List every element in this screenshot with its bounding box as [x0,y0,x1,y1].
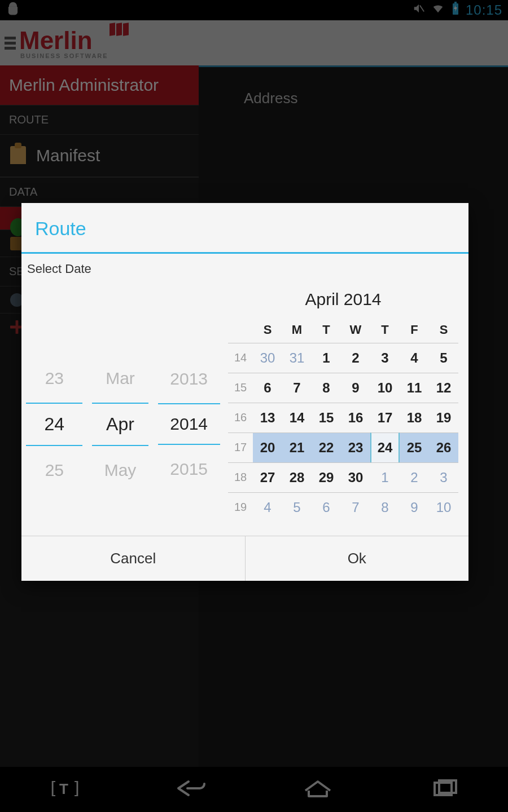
calendar-title: April 2014 [228,286,458,318]
calendar-week-number: 18 [228,462,253,492]
calendar-weekday-header: W [341,318,370,343]
calendar-day[interactable]: 1 [370,462,400,492]
month-next[interactable]: May [92,451,148,490]
calendar-day[interactable]: 30 [253,343,282,373]
calendar-day[interactable]: 23 [341,433,370,462]
calendar-day[interactable]: 5 [429,343,458,373]
calendar-week-number: 15 [228,373,253,403]
dialog-actions: Cancel Ok [21,536,468,581]
calendar-day[interactable]: 30 [341,462,370,492]
calendar-day[interactable]: 8 [370,492,400,522]
calendar-day[interactable]: 31 [282,343,312,373]
calendar-day[interactable]: 21 [282,433,312,462]
calendar-day[interactable]: 13 [253,403,282,433]
calendar-day[interactable]: 4 [400,343,429,373]
calendar-day[interactable]: 14 [282,403,312,433]
calendar-day[interactable]: 29 [312,462,341,492]
dialog-title: Route [21,203,468,252]
year-selected[interactable]: 2014 [158,403,220,445]
calendar-day[interactable]: 10 [370,373,400,403]
ok-button[interactable]: Ok [245,536,469,581]
date-picker-dialog: Route Select Date 23 24 25 Mar Apr May 2… [21,203,468,581]
calendar-weekday-header: M [282,318,312,343]
calendar-day[interactable]: 16 [341,403,370,433]
day-picker[interactable]: 23 24 25 [26,359,82,490]
calendar: April 2014 SMTWTFS1430311234515678910111… [225,286,468,522]
calendar-day[interactable]: 19 [429,403,458,433]
calendar-day[interactable]: 11 [400,373,429,403]
year-next[interactable]: 2015 [158,449,220,489]
day-prev[interactable]: 23 [26,359,82,398]
calendar-weekday-header: T [312,318,341,343]
calendar-day[interactable]: 5 [282,492,312,522]
calendar-day[interactable]: 7 [282,373,312,403]
calendar-day[interactable]: 8 [312,373,341,403]
month-prev[interactable]: Mar [92,359,148,398]
year-prev[interactable]: 2013 [158,359,220,399]
dialog-subtitle: Select Date [21,254,468,281]
calendar-weekday-header: F [400,318,429,343]
calendar-week-header [228,318,253,343]
calendar-day[interactable]: 7 [341,492,370,522]
calendar-day[interactable]: 27 [253,462,282,492]
calendar-day[interactable]: 15 [312,403,341,433]
day-selected[interactable]: 24 [26,403,82,446]
day-next[interactable]: 25 [26,451,82,490]
year-picker[interactable]: 2013 2014 2015 [158,359,220,489]
calendar-day[interactable]: 1 [312,343,341,373]
calendar-week-number: 17 [228,433,253,462]
calendar-week-number: 14 [228,343,253,373]
calendar-grid: SMTWTFS143031123451567891011121613141516… [228,318,458,522]
month-selected[interactable]: Apr [92,403,148,446]
calendar-week-number: 19 [228,492,253,522]
calendar-day[interactable]: 3 [370,343,400,373]
calendar-day[interactable]: 6 [253,373,282,403]
calendar-day[interactable]: 2 [341,343,370,373]
calendar-weekday-header: T [370,318,400,343]
calendar-day[interactable]: 2 [400,462,429,492]
date-spinners: 23 24 25 Mar Apr May 2013 2014 2015 [21,286,225,522]
month-picker[interactable]: Mar Apr May [92,359,148,490]
calendar-day-selected[interactable]: 24 [370,433,400,462]
calendar-weekday-header: S [429,318,458,343]
calendar-day[interactable]: 28 [282,462,312,492]
calendar-weekday-header: S [253,318,282,343]
calendar-day[interactable]: 9 [400,492,429,522]
calendar-day[interactable]: 6 [312,492,341,522]
cancel-button[interactable]: Cancel [21,536,245,581]
calendar-week-number: 16 [228,403,253,433]
calendar-day[interactable]: 4 [253,492,282,522]
calendar-day[interactable]: 9 [341,373,370,403]
calendar-day[interactable]: 20 [253,433,282,462]
calendar-day[interactable]: 10 [429,492,458,522]
calendar-day[interactable]: 18 [400,403,429,433]
calendar-day[interactable]: 12 [429,373,458,403]
calendar-day[interactable]: 26 [429,433,458,462]
calendar-day[interactable]: 3 [429,462,458,492]
calendar-day[interactable]: 22 [312,433,341,462]
calendar-day[interactable]: 25 [400,433,429,462]
calendar-day[interactable]: 17 [370,403,400,433]
